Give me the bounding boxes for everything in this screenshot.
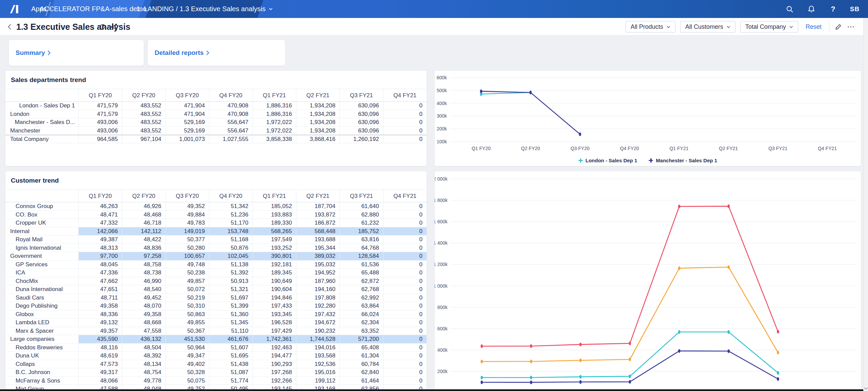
data-cell[interactable]: 1,972,022 <box>253 127 296 135</box>
data-cell[interactable]: 436,132 <box>122 335 165 344</box>
back-button[interactable] <box>5 22 14 31</box>
data-cell[interactable]: 66,024 <box>339 310 383 319</box>
data-cell[interactable]: 50,238 <box>165 269 209 277</box>
data-cell[interactable]: 48,711 <box>78 294 122 302</box>
data-cell[interactable]: 49,347 <box>165 352 209 360</box>
data-cell[interactable]: 630,096 <box>339 102 383 110</box>
data-cell[interactable]: 50,863 <box>165 310 209 319</box>
data-cell[interactable]: 194,477 <box>253 352 296 360</box>
data-cell[interactable]: 1,001,073 <box>165 135 209 143</box>
data-cell[interactable]: 0 <box>383 261 427 269</box>
row-label[interactable]: Reddos Breweries <box>5 344 78 352</box>
data-cell[interactable]: 51,342 <box>209 202 252 211</box>
data-cell[interactable]: 48,754 <box>122 368 165 377</box>
reset-link[interactable]: Reset <box>806 23 822 30</box>
data-cell[interactable]: 470,908 <box>209 110 252 119</box>
row-label[interactable]: Royal Mail <box>5 235 78 244</box>
data-cell[interactable]: 194,016 <box>296 344 339 352</box>
scroll-down-icon[interactable] <box>864 387 868 390</box>
data-cell[interactable]: 0 <box>383 227 427 236</box>
user-avatar[interactable]: SB <box>850 5 859 14</box>
data-cell[interactable]: 49,778 <box>122 377 165 385</box>
data-cell[interactable]: 964,585 <box>78 135 122 143</box>
data-cell[interactable]: 192,536 <box>296 360 339 369</box>
data-cell[interactable]: 197,268 <box>253 368 296 377</box>
data-cell[interactable]: 61,232 <box>339 219 383 227</box>
data-cell[interactable]: 197,429 <box>253 327 296 335</box>
data-cell[interactable]: 0 <box>383 127 427 135</box>
row-label[interactable]: Collaps <box>5 360 78 369</box>
data-cell[interactable]: 49,132 <box>78 318 122 327</box>
data-cell[interactable]: 0 <box>383 135 427 143</box>
data-cell[interactable]: 51,236 <box>209 211 252 219</box>
data-cell[interactable]: 51,399 <box>209 302 252 310</box>
data-cell[interactable]: 0 <box>383 202 427 211</box>
data-cell[interactable]: 193,872 <box>296 211 339 219</box>
data-cell[interactable]: 0 <box>383 318 427 327</box>
data-cell[interactable]: 51,170 <box>209 219 252 227</box>
data-cell[interactable]: 194,846 <box>253 294 296 302</box>
data-cell[interactable]: 197,433 <box>253 302 296 310</box>
data-cell[interactable]: 190,232 <box>296 327 339 335</box>
data-cell[interactable]: 470,908 <box>209 102 252 110</box>
data-cell[interactable]: 50,913 <box>209 277 252 286</box>
data-cell[interactable]: 49,402 <box>165 360 209 369</box>
data-cell[interactable]: 49,358 <box>78 302 122 310</box>
data-cell[interactable]: 471,904 <box>165 102 209 110</box>
data-cell[interactable]: 483,552 <box>122 102 165 110</box>
data-cell[interactable]: 49,855 <box>165 318 209 327</box>
data-cell[interactable]: 46,990 <box>122 277 165 286</box>
data-cell[interactable]: 194,952 <box>296 269 339 277</box>
row-label[interactable]: GP Services <box>5 261 78 269</box>
data-cell[interactable]: 51,607 <box>209 344 252 352</box>
data-cell[interactable]: 0 <box>383 285 427 294</box>
data-cell[interactable]: 60,784 <box>339 360 383 369</box>
data-cell[interactable]: 1,934,208 <box>296 102 339 110</box>
data-cell[interactable]: 47,662 <box>78 277 122 286</box>
help-icon[interactable]: ? <box>829 5 837 14</box>
breadcrumb-app-segment[interactable]: ACCELERATOR FP&A-sales demo <box>48 0 144 18</box>
data-cell[interactable]: 149,019 <box>165 227 209 236</box>
data-cell[interactable]: 49,358 <box>122 310 165 319</box>
breadcrumb-page-segment[interactable]: 1. LANDING / 1.3 Executive Sales analysi… <box>145 0 263 18</box>
data-cell[interactable]: 451,530 <box>165 335 209 344</box>
data-cell[interactable]: 46,718 <box>122 219 165 227</box>
data-cell[interactable]: 195,344 <box>296 244 339 252</box>
row-label[interactable]: Dego Publishing <box>5 302 78 310</box>
data-cell[interactable]: 187,704 <box>296 202 339 211</box>
data-cell[interactable]: 493,006 <box>78 118 122 127</box>
column-header[interactable]: Q2 FY21 <box>296 189 339 202</box>
summary-card[interactable]: Summary <box>9 40 144 66</box>
data-cell[interactable]: 50,280 <box>165 244 209 252</box>
row-label[interactable]: Connox Group <box>5 202 78 211</box>
data-cell[interactable]: 62,840 <box>339 368 383 377</box>
column-header[interactable]: Q4 FY20 <box>209 89 252 102</box>
data-cell[interactable]: 100,657 <box>165 252 209 261</box>
row-label[interactable]: Cropper UK <box>5 219 78 227</box>
data-cell[interactable]: 49,452 <box>122 294 165 302</box>
data-cell[interactable]: 63,864 <box>339 302 383 310</box>
data-cell[interactable]: 51,087 <box>209 368 252 377</box>
row-label[interactable]: Manchester <box>5 127 78 135</box>
data-cell[interactable]: 48,468 <box>122 211 165 219</box>
data-cell[interactable]: 195,032 <box>296 261 339 269</box>
data-cell[interactable]: 189,330 <box>253 219 296 227</box>
data-cell[interactable]: 0 <box>383 269 427 277</box>
data-cell[interactable]: 51,321 <box>209 285 252 294</box>
column-header[interactable]: Q2 FY20 <box>122 89 165 102</box>
data-cell[interactable]: 1,934,208 <box>296 118 339 127</box>
search-icon[interactable] <box>785 5 794 14</box>
data-cell[interactable]: 0 <box>383 302 427 310</box>
data-cell[interactable]: 197,808 <box>296 294 339 302</box>
data-cell[interactable]: 48,392 <box>122 352 165 360</box>
data-cell[interactable]: 193,345 <box>253 310 296 319</box>
data-cell[interactable]: 48,116 <box>78 344 122 352</box>
data-cell[interactable]: 142,066 <box>78 227 122 236</box>
data-cell[interactable]: 62,992 <box>339 294 383 302</box>
data-cell[interactable]: 48,422 <box>122 235 165 244</box>
data-cell[interactable]: 48,045 <box>78 261 122 269</box>
data-cell[interactable]: 50,876 <box>209 244 252 252</box>
share-icon[interactable] <box>110 23 118 31</box>
data-cell[interactable]: 62,880 <box>339 211 383 219</box>
customer-trend-line-chart[interactable]: 200k400k600k800k1 000k1 200k1 400k1 600k… <box>435 171 861 391</box>
